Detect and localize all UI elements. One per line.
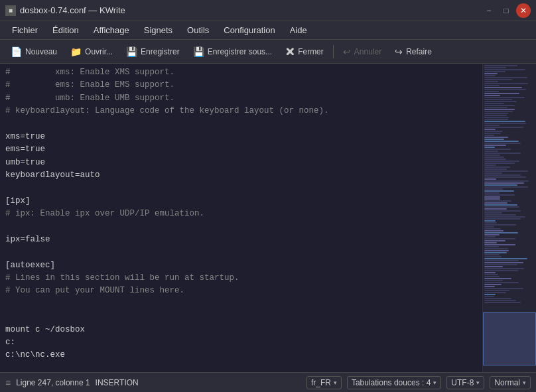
minimap-line (484, 226, 494, 228)
menu-item-aide[interactable]: Aide (283, 24, 314, 36)
minimap-line (484, 290, 509, 291)
minimap-line (484, 99, 512, 100)
minimap-line (484, 163, 515, 164)
toolbar-icon: 📁 (70, 46, 82, 57)
minimap-line (484, 242, 497, 243)
minimap-line (484, 151, 498, 152)
minimap-line (484, 155, 500, 156)
menu-item-affichage[interactable]: Affichage (87, 24, 136, 36)
minimap-line (484, 186, 528, 188)
encoding-chevron-icon: ▾ (476, 379, 480, 386)
app-icon: ■ (5, 5, 16, 16)
editor-area[interactable]: # xms: Enable XMS support. # ems: Enable… (0, 64, 483, 372)
menu-item-signets[interactable]: Signets (137, 24, 179, 36)
minimap-line (484, 119, 508, 120)
window-controls: − □ ✕ (482, 3, 531, 18)
minimap-line (484, 131, 503, 132)
menu-item-dition[interactable]: Édition (46, 24, 86, 36)
status-menu-icon[interactable]: ≡ (5, 377, 11, 388)
minimap-line (484, 105, 515, 106)
toolbar-btn-ouvrir[interactable]: 📁Ouvrir... (65, 44, 118, 59)
minimap-line (484, 284, 502, 285)
toolbar-btn-fermer[interactable]: 🗙Fermer (280, 44, 329, 59)
minimap-line (484, 286, 495, 287)
minimap-line (484, 214, 516, 216)
minimap-line (484, 228, 501, 229)
minimap-line (484, 194, 515, 196)
minimap-line (484, 170, 528, 172)
encoding-dropdown[interactable]: UTF-8 ▾ (446, 376, 484, 389)
minimap-line (484, 236, 496, 237)
toolbar-icon: 💾 (193, 46, 204, 57)
editor-content[interactable]: # xms: Enable XMS support. # ems: Enable… (0, 64, 482, 365)
highlight-dropdown[interactable]: Normal ▾ (490, 376, 531, 389)
minimap-line (484, 248, 508, 249)
minimap-line (484, 180, 529, 182)
minimap-line (484, 79, 512, 80)
toolbar-btn-refaire[interactable]: ↪Refaire (389, 44, 437, 59)
minimap-line (484, 272, 496, 273)
minimap-line (484, 87, 522, 88)
minimap-line (484, 240, 505, 241)
minimap-line (484, 115, 507, 116)
minimap-line (484, 276, 500, 277)
minimap-line (484, 157, 504, 158)
menu-item-configuration[interactable]: Configuration (217, 24, 281, 36)
window-title: dosbox-0.74.conf — KWrite (20, 5, 125, 15)
minimap-line (484, 250, 509, 251)
minimap-line (484, 238, 515, 239)
indent-chevron-icon: ▾ (433, 379, 436, 386)
minimap-area[interactable] (483, 64, 536, 372)
minimap-line (484, 210, 521, 212)
minimize-button[interactable]: − (482, 3, 496, 18)
toolbar-btn-nouveau[interactable]: 📄Nouveau (5, 44, 62, 59)
minimap-line (484, 282, 519, 283)
maximize-button[interactable]: □ (499, 3, 513, 18)
minimap-line (484, 139, 504, 140)
minimap-line (484, 91, 499, 92)
minimap-line (484, 278, 511, 279)
main-area: # xms: Enable XMS support. # ems: Enable… (0, 64, 536, 372)
minimap-viewport[interactable] (483, 312, 536, 365)
status-bar: ≡ Ligne 247, colonne 1 INSERTION fr_FR ▾… (0, 372, 536, 392)
indent-dropdown[interactable]: Tabulations douces : 4 ▾ (347, 376, 441, 389)
minimap-line (484, 268, 524, 269)
minimap-line (484, 296, 494, 297)
minimap-line (484, 270, 518, 271)
toolbar-label: Enregistrer (141, 47, 180, 56)
minimap-line (484, 234, 500, 235)
minimap-line (484, 232, 518, 233)
minimap-line (484, 212, 502, 214)
language-chevron-icon: ▾ (334, 379, 337, 386)
minimap-line (484, 274, 498, 275)
menu-bar: FichierÉditionAffichageSignetsOutilsConf… (0, 21, 536, 40)
menu-item-fichier[interactable]: Fichier (5, 24, 44, 36)
minimap-line (484, 200, 511, 202)
minimap-line (484, 137, 508, 138)
minimap-line (484, 121, 525, 122)
highlight-label: Normal (494, 378, 520, 387)
minimap-line (484, 168, 507, 170)
minimap-line (484, 85, 500, 86)
minimap-line (484, 224, 516, 226)
close-button[interactable]: ✕ (516, 3, 531, 18)
minimap-line (484, 77, 527, 78)
minimap-line (484, 258, 527, 259)
toolbar-btn-enregistrer[interactable]: 💾Enregistrer (121, 44, 185, 59)
minimap-line (484, 101, 517, 102)
encoding-label: UTF-8 (451, 378, 474, 387)
minimap-line (484, 97, 525, 98)
toolbar-btn-annuler: ↩Annuler (338, 44, 387, 59)
minimap-line (484, 113, 508, 114)
toolbar-btn-enregistrersous[interactable]: 💾Enregistrer sous... (188, 44, 277, 59)
menu-item-outils[interactable]: Outils (180, 24, 216, 36)
minimap-line (484, 192, 500, 194)
minimap-line (484, 161, 519, 162)
minimap-line (484, 81, 498, 82)
minimap-line (484, 129, 496, 130)
minimap-line (484, 143, 521, 144)
insert-mode: INSERTION (96, 378, 139, 387)
language-dropdown[interactable]: fr_FR ▾ (306, 376, 342, 389)
minimap-line (484, 172, 502, 174)
minimap-line (484, 216, 525, 218)
